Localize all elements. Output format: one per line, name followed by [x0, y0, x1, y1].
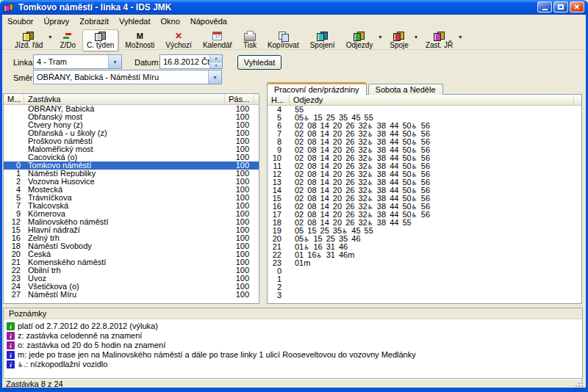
stop-row[interactable]: 23Úvoz100	[4, 275, 259, 283]
services-book-icon	[393, 32, 405, 41]
dropdown-arrow-icon[interactable]: ▾	[413, 34, 419, 40]
menu-item-vyhledat[interactable]: Vyhledat	[114, 15, 155, 27]
departure-times-cell: 02 08 14 20 26 32♿ 38 44 55	[290, 219, 581, 227]
departures-header-times[interactable]: Odjezdy	[290, 95, 574, 105]
stop-row[interactable]: Obřanský most100	[4, 113, 259, 121]
linka-dropdown-arrow-icon[interactable]: ▼	[108, 55, 121, 68]
toolbar-button-vy-chozi[interactable]: Výchozí	[161, 29, 196, 51]
departure-row[interactable]: 455	[268, 106, 581, 114]
departure-row[interactable]: 505♿ 15 25 35 45 55	[268, 114, 581, 122]
departure-row[interactable]: 802 08 14 20 26 32♿ 38 44 50♿ 56	[268, 138, 581, 146]
departure-row[interactable]: 3	[268, 291, 581, 300]
toolbar-button-z-do[interactable]: Z/Do	[55, 29, 80, 51]
departure-row[interactable]: 1802 08 14 20 26 32♿ 38 44 55	[268, 219, 581, 227]
copy-icon	[278, 32, 289, 40]
stop-row[interactable]: 24Všetičkova (o)100	[4, 283, 259, 291]
stop-row[interactable]: OBŘANY, Babická100	[4, 105, 259, 113]
stop-row[interactable]: Proškovo náměstí100	[4, 137, 259, 145]
departures-header-hour[interactable]: H...	[268, 95, 290, 105]
stop-row[interactable]: 4Mostecká100	[4, 186, 259, 194]
stops-header-tariff[interactable]: M...	[4, 94, 24, 104]
stop-row[interactable]: 5Trávníčkova100	[4, 194, 259, 202]
maximize-button[interactable]	[553, 1, 568, 12]
toolbar-button-tisk[interactable]: Tisk	[239, 29, 261, 51]
tab-pracovni-den-pra-zdniny[interactable]: Pracovní den/prázdniny	[267, 82, 367, 95]
minimize-button[interactable]	[537, 1, 552, 12]
toolbar-button-odjezdy[interactable]: Odjezdy	[342, 29, 378, 51]
search-button[interactable]: Vyhledat	[237, 55, 282, 70]
departure-row[interactable]: 2101♿ 16 31 46	[268, 243, 581, 251]
smer-dropdown-arrow-icon[interactable]: ▼	[208, 70, 221, 84]
stop-row[interactable]: 27Náměstí Míru100	[4, 291, 259, 299]
stop-row[interactable]: 16Zelný trh100	[4, 234, 259, 242]
departure-row[interactable]: 1102 08 14 20 26 32♿ 38 44 50♿ 56	[268, 162, 581, 170]
departure-row[interactable]: 1702 08 14 20 26 32♿ 38 44 50♿ 56	[268, 211, 581, 219]
stop-row[interactable]: 20Česká100	[4, 250, 259, 258]
departure-row[interactable]: 2005♿ 15 25 35 46	[268, 235, 581, 243]
stop-row[interactable]: 18Náměstí Svobody100	[4, 242, 259, 250]
departure-row[interactable]: 1502 08 14 20 26 32♿ 38 44 50♿ 56	[268, 195, 581, 203]
tab-sobota-a-nede-le[interactable]: Sobota a Neděle	[368, 84, 443, 95]
dropdown-arrow-icon[interactable]: ▾	[47, 34, 53, 40]
titlebar[interactable]: Tomkovo náměstí - linka 4 - IDS JMK ✕	[0, 0, 588, 15]
departure-row[interactable]: 1905 15 25 35♿ 45 55	[268, 227, 581, 235]
close-button[interactable]: ✕	[570, 1, 584, 12]
toolbar-button-label: Jízd. řád	[15, 41, 43, 49]
stop-row[interactable]: 0Tomkovo náměstí100	[4, 161, 259, 170]
stop-row[interactable]: Cacovická (o)100	[4, 153, 259, 161]
datum-spin-down-icon[interactable]: ▼	[210, 62, 222, 69]
departure-row[interactable]: 2201 16♿ 31 46m	[268, 251, 581, 259]
toolbar-button-ji-zd-r-a-d[interactable]: Jízd. řád	[10, 29, 47, 51]
departure-row[interactable]: 1002 08 14 20 26 32♿ 38 44 50♿ 56	[268, 154, 581, 162]
departure-row[interactable]: 1602 08 14 20 26 32♿ 38 44 50♿ 56	[268, 203, 581, 211]
menu-item-okno[interactable]: Okno	[155, 15, 184, 27]
note-row: iz: zastávka celodenně na znamení	[4, 331, 582, 341]
datum-spin-up-icon[interactable]: ▲	[210, 55, 222, 62]
stop-row[interactable]: 22Obilní trh100	[4, 266, 259, 275]
menu-item-soubor[interactable]: Soubor	[2, 15, 38, 27]
datum-field[interactable]: 16.8.2012 Čtvrtek ▲ ▼	[159, 54, 223, 69]
stop-row[interactable]: Obřanská - u školy (z)100	[4, 129, 259, 137]
toolbar-button-moz-nosti[interactable]: Možnosti	[121, 29, 159, 51]
stop-row[interactable]: 12Malinovského náměstí100	[4, 218, 259, 226]
toolbar-button-kalenda-r[interactable]: Kalendář	[198, 29, 237, 51]
departure-row[interactable]: 902 08 14 20 26 32♿ 38 44 50♿ 56	[268, 146, 581, 154]
departure-row[interactable]: 702 08 14 20 26 32♿ 38 44 50♿ 56	[268, 130, 581, 138]
smer-combobox[interactable]: OBŘANY, Babická - Náměstí Míru ▼	[33, 70, 222, 84]
menu-item-u-pravy[interactable]: Úpravy	[38, 15, 74, 27]
toolbar-button-label: Z/Do	[60, 41, 76, 49]
dropdown-arrow-icon[interactable]: ▾	[457, 34, 463, 40]
stop-name-cell: Malinovského náměstí	[24, 218, 225, 226]
departure-row[interactable]: 0	[268, 267, 581, 275]
stops-header-name[interactable]: Zastávka	[24, 94, 225, 104]
departure-row[interactable]: 1	[268, 275, 581, 283]
stop-row[interactable]: Čtvery hony (z)100	[4, 121, 259, 129]
departure-row[interactable]: 602 08 14 20 26 32♿ 38 44 50♿ 56	[268, 122, 581, 130]
stop-row[interactable]: 2Vozovna Husovice100	[4, 178, 259, 186]
dropdown-arrow-icon[interactable]: ▾	[377, 34, 383, 40]
linka-combobox[interactable]: 4 - Tram ▼	[33, 54, 122, 69]
stop-row[interactable]: 21Komenského náměstí100	[4, 258, 259, 266]
menu-item-na-pove-da[interactable]: Nápověda	[185, 15, 232, 27]
stop-row[interactable]: 7Tkalcovská100	[4, 202, 259, 210]
departure-times-cell: 02 08 14 20 26 32♿ 38 44 50♿ 56	[290, 178, 581, 186]
toolbar-button-spojeni[interactable]: Spojení	[306, 29, 340, 51]
departure-row[interactable]: 1302 08 14 20 26 32♿ 38 44 50♿ 56	[268, 178, 581, 186]
toolbar-button-c-ty-den[interactable]: C. týden	[82, 29, 118, 51]
departure-row[interactable]: 1202 08 14 20 26 32♿ 38 44 50♿ 56	[268, 170, 581, 178]
resize-grip[interactable]	[576, 380, 583, 387]
departure-row[interactable]: 1402 08 14 20 26 32♿ 38 44 50♿ 56	[268, 186, 581, 195]
toolbar-button-kopi-rovat[interactable]: Kopírovat	[263, 29, 304, 51]
departure-row[interactable]: 2	[268, 283, 581, 291]
stop-row[interactable]: 15Hlavní nádraží100	[4, 226, 259, 234]
stop-row[interactable]: Maloměřický most100	[4, 145, 259, 153]
stop-row[interactable]: 1Náměstí Republiky100	[4, 170, 259, 178]
stops-header-zone[interactable]: Pás...	[225, 94, 254, 104]
stop-row[interactable]: 9Körnerova100	[4, 210, 259, 218]
smer-value: OBŘANY, Babická - Náměstí Míru	[34, 70, 208, 84]
toolbar-button-zast-jr[interactable]: Zast. JŘ	[421, 29, 457, 51]
window-title: Tomkovo náměstí - linka 4 - IDS JMK	[18, 2, 172, 12]
departure-row[interactable]: 2301m	[268, 259, 581, 267]
toolbar-button-spoje[interactable]: Spoje	[385, 29, 413, 51]
menu-item-zobrazit[interactable]: Zobrazit	[74, 15, 114, 27]
